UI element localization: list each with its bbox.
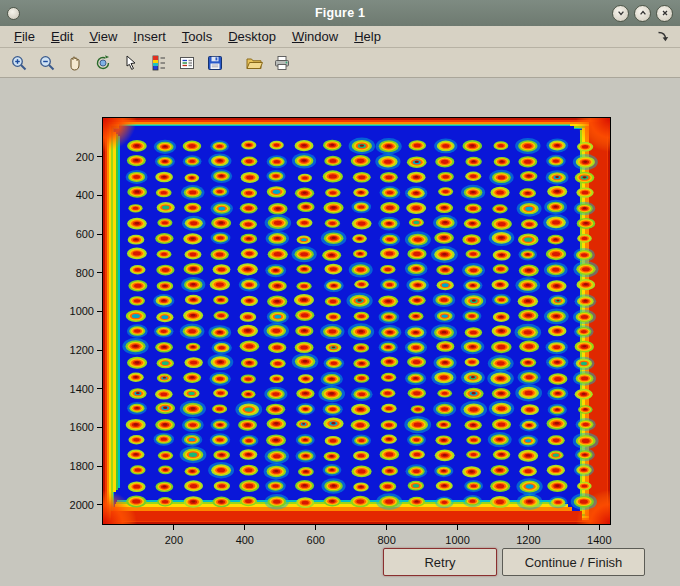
figure-toolbar [0, 48, 680, 78]
rotate-3d-icon [94, 54, 112, 72]
y-tick [97, 195, 102, 196]
y-tick [97, 388, 102, 389]
pan-icon [66, 54, 84, 72]
y-tick-label: 1000 [38, 304, 94, 318]
y-tick [97, 156, 102, 157]
y-tick [97, 466, 102, 467]
shade-button[interactable] [612, 5, 629, 22]
menu-item-edit[interactable]: Edit [43, 27, 81, 46]
menu-bar: FileEditViewInsertToolsDesktopWindowHelp [0, 26, 680, 48]
x-tick-label: 200 [154, 533, 194, 547]
x-tick [386, 525, 387, 530]
figure-canvas-area: Retry Continue / Finish 2004006008001000… [0, 78, 680, 586]
y-tick-label: 600 [38, 227, 94, 241]
y-tick [97, 350, 102, 351]
insert-legend-button[interactable] [174, 51, 200, 75]
menu-item-help[interactable]: Help [346, 27, 389, 46]
menu-item-file[interactable]: File [6, 27, 43, 46]
y-tick-label: 800 [38, 266, 94, 280]
menu-item-tools[interactable]: Tools [174, 27, 220, 46]
plot-axes [102, 117, 611, 525]
y-tick [97, 272, 102, 273]
save-figure-button[interactable] [202, 51, 228, 75]
open-file-button[interactable] [241, 51, 267, 75]
window-menu-button[interactable] [7, 7, 20, 20]
x-tick [244, 525, 245, 530]
zoom-out-button[interactable] [34, 51, 60, 75]
data-cursor-icon [122, 54, 140, 72]
save-figure-icon [206, 54, 224, 72]
x-tick-label: 600 [296, 533, 336, 547]
figure-window: Figure 1 FileEditViewInsertToolsDesktopW… [0, 0, 680, 586]
y-tick [97, 427, 102, 428]
maximize-button[interactable] [634, 5, 651, 22]
titlebar[interactable]: Figure 1 [0, 0, 680, 26]
y-tick-label: 2000 [38, 498, 94, 512]
toolbar-separator [230, 48, 239, 77]
data-cursor-button[interactable] [118, 51, 144, 75]
retry-button[interactable]: Retry [383, 548, 497, 576]
y-tick-label: 1200 [38, 343, 94, 357]
insert-legend-icon [178, 54, 196, 72]
x-tick [599, 525, 600, 530]
menu-item-insert[interactable]: Insert [125, 27, 174, 46]
pan-button[interactable] [62, 51, 88, 75]
heatmap-image[interactable] [103, 118, 610, 524]
zoom-in-button[interactable] [6, 51, 32, 75]
y-tick-label: 200 [38, 150, 94, 164]
x-tick [528, 525, 529, 530]
x-tick-label: 1000 [438, 533, 478, 547]
x-tick [457, 525, 458, 530]
print-figure-button[interactable] [269, 51, 295, 75]
insert-colorbar-icon [150, 54, 168, 72]
continue-finish-button[interactable]: Continue / Finish [502, 548, 645, 576]
x-tick-label: 400 [225, 533, 265, 547]
y-tick-label: 1800 [38, 459, 94, 473]
x-tick [315, 525, 316, 530]
y-tick-label: 1400 [38, 382, 94, 396]
zoom-out-icon [38, 54, 56, 72]
close-button[interactable] [656, 5, 673, 22]
x-tick-label: 1400 [579, 533, 619, 547]
dock-figure-icon[interactable] [651, 30, 674, 43]
x-tick [173, 525, 174, 530]
y-tick [97, 234, 102, 235]
menu-item-window[interactable]: Window [284, 27, 346, 46]
y-tick [97, 504, 102, 505]
y-tick-label: 1600 [38, 420, 94, 434]
insert-colorbar-button[interactable] [146, 51, 172, 75]
window-title: Figure 1 [315, 6, 365, 20]
print-figure-icon [273, 54, 291, 72]
open-file-icon [245, 54, 263, 72]
menu-item-desktop[interactable]: Desktop [220, 27, 284, 46]
y-tick-label: 400 [38, 188, 94, 202]
x-tick-label: 800 [367, 533, 407, 547]
rotate-3d-button[interactable] [90, 51, 116, 75]
window-controls [612, 5, 673, 22]
menu-item-view[interactable]: View [81, 27, 125, 46]
x-tick-label: 1200 [508, 533, 548, 547]
zoom-in-icon [10, 54, 28, 72]
y-tick [97, 311, 102, 312]
